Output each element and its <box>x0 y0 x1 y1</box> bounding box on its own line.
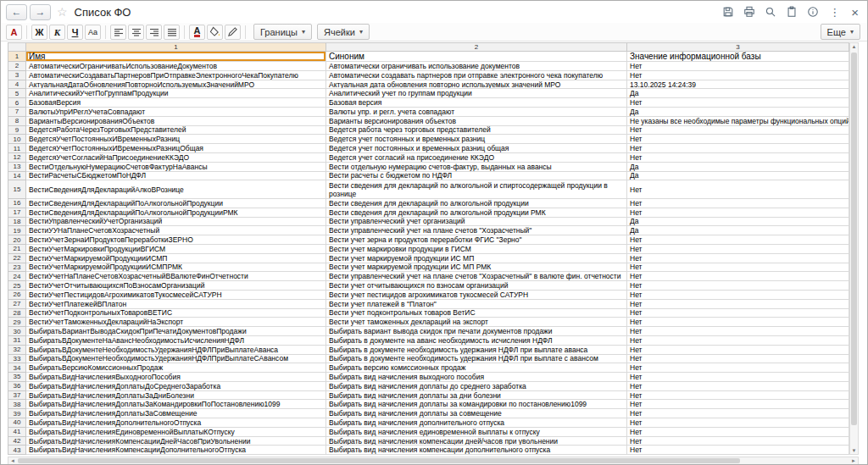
scroll-up-icon[interactable]: ▲ <box>850 44 858 49</box>
cell-name[interactable]: ВыбиратьВариантВыводаСкидокПриПечатиДоку… <box>26 327 326 336</box>
cell-synonym[interactable]: Выбирать в документе необходимость удерж… <box>326 355 627 364</box>
cell-synonym[interactable]: Валюты упр. и регл. учета совпадают <box>326 108 627 117</box>
row-header[interactable]: 43 <box>8 446 26 455</box>
cell-name[interactable]: ВедетсяУчетПостоянныхИВременныхРазницОбщ… <box>26 144 326 153</box>
horizontal-scrollbar[interactable]: ◄ ► <box>8 457 859 465</box>
row-header[interactable]: 31 <box>8 336 26 346</box>
cell-synonym[interactable]: Выбирать вариант вывода скидок при печат… <box>326 327 627 336</box>
cell-synonym[interactable]: Актуальная дата обновления повторно испо… <box>326 80 627 90</box>
row-header[interactable]: 32 <box>8 346 26 355</box>
cell-synonym[interactable]: Выбирать вид начисления выходного пособи… <box>326 373 627 382</box>
scroll-down-icon[interactable]: ▼ <box>850 448 858 453</box>
row-header[interactable]: 23 <box>8 263 26 273</box>
row-header[interactable]: 36 <box>8 382 26 391</box>
cell-synonym[interactable]: Вести учет маркируемой продукции ИС МП <box>326 254 627 263</box>
cell-value[interactable]: Нет <box>627 272 849 281</box>
cell-name[interactable]: АвтоматическиСоздаватьПартнеровПриОтправ… <box>26 71 326 80</box>
cell-value[interactable]: Нет <box>627 281 849 291</box>
cell-value[interactable]: Да <box>627 108 849 117</box>
row-header[interactable]: 11 <box>8 144 26 153</box>
cell-value[interactable]: Нет <box>627 254 849 263</box>
cell-name[interactable]: ВедетсяУчетПостоянныхИВременныхРазниц <box>26 135 326 144</box>
cell-name[interactable]: ВестиУчетПестицидовАгрохимикатовТукосмес… <box>26 291 326 300</box>
cell-name[interactable]: ВестиУчетМаркируемойПродукцииИСМПРМК <box>26 263 326 273</box>
cell-name[interactable]: ВариантыВерсионированияОбъектов <box>26 117 326 126</box>
cell-value[interactable]: Нет <box>627 309 849 318</box>
row-header[interactable]: 6 <box>8 98 26 108</box>
row-header[interactable]: 16 <box>8 199 26 208</box>
cell-name[interactable]: ВыбиратьВДокументеНеобходимостьУдержания… <box>26 346 326 355</box>
cell-synonym[interactable]: Вести сведения для деклараций по алкогол… <box>326 208 627 218</box>
row-header[interactable]: 42 <box>8 437 26 446</box>
cell-name[interactable]: ВедетсяРаботаЧерезТорговыхПредставителей <box>26 126 326 136</box>
cell-name[interactable]: ВыбиратьВидНачисленияДоплатыЗаСовмещение <box>26 409 326 418</box>
back-button[interactable]: ← <box>6 4 27 20</box>
cell-name[interactable]: ВедетсяУчетСогласийНаПрисоединениеККЭДО <box>26 153 326 163</box>
row-header[interactable]: 18 <box>8 218 26 227</box>
cell-name[interactable]: ВестиУчетПлатежейВПлатон <box>26 300 326 309</box>
cell-synonym[interactable]: Вести управленческий учет на плане счето… <box>326 272 627 281</box>
align-center-icon[interactable] <box>128 25 144 40</box>
scroll-left-icon[interactable]: ◄ <box>10 458 15 463</box>
save-icon[interactable] <box>721 5 735 19</box>
cell-value[interactable]: Нет <box>627 437 849 446</box>
cell-synonym[interactable]: Выбирать в документе необходимость удерж… <box>326 346 627 355</box>
cell-value[interactable]: Нет <box>627 62 849 71</box>
cell-value[interactable]: Нет <box>627 235 849 245</box>
cell-value[interactable]: Нет <box>627 355 849 364</box>
cell-value[interactable]: Нет <box>627 418 849 428</box>
cell-name[interactable]: ВестиУчетОтчитывающихсяПоВзносамОрганиза… <box>26 281 326 291</box>
cell-name[interactable]: ВестиУчетНаПланеСчетовХозрасчетныйВВалют… <box>26 272 326 281</box>
cell-value[interactable]: Нет <box>627 428 849 437</box>
row-header[interactable]: 20 <box>8 235 26 245</box>
row-header[interactable]: 17 <box>8 208 26 218</box>
align-left-icon[interactable] <box>110 25 126 40</box>
row-header[interactable]: 30 <box>8 327 26 336</box>
cell-value[interactable]: Нет <box>627 199 849 208</box>
cell-value[interactable]: Нет <box>627 409 849 418</box>
cell-synonym[interactable]: Вести учет зерна и продуктов переработки… <box>326 235 627 245</box>
cell-synonym[interactable]: Выбирать вид начисления доплаты за совме… <box>326 409 627 418</box>
row-header[interactable]: 1 <box>8 52 26 62</box>
cell-synonym[interactable]: Вести расчеты с бюджетом по НДФЛ <box>326 172 627 181</box>
row-header[interactable]: 25 <box>8 281 26 291</box>
row-header[interactable]: 7 <box>8 108 26 117</box>
column-header-2[interactable]: 2 <box>326 42 627 52</box>
cell-name[interactable]: ВыбиратьВидНачисленияВыходногоПособия <box>26 373 326 382</box>
row-header[interactable]: 19 <box>8 226 26 235</box>
cell-synonym[interactable]: Варианты версионирования объектов <box>326 117 627 126</box>
row-header[interactable]: 8 <box>8 117 26 126</box>
cell-value[interactable]: Нет <box>627 291 849 300</box>
cell-name[interactable]: ВыбиратьВДокументеНаАвансНеобходимостьИс… <box>26 336 326 346</box>
row-header[interactable]: 4 <box>8 80 26 90</box>
cell-value[interactable]: Да <box>627 89 849 98</box>
row-header[interactable]: 21 <box>8 245 26 254</box>
row-header[interactable]: 22 <box>8 254 26 263</box>
active-cell-name-header[interactable]: Имя <box>26 52 326 62</box>
cell-value[interactable]: Да <box>627 218 849 227</box>
underline-button[interactable]: Ч <box>67 25 83 40</box>
cell-synonym[interactable]: Выбирать в документе на аванс необходимо… <box>326 336 627 346</box>
cell-name[interactable]: АктуальнаяДатаОбновленияПовторноИспользу… <box>26 80 326 90</box>
cell-synonym[interactable]: Выбирать вид начисления компенсации дней… <box>326 437 627 446</box>
row-header[interactable]: 35 <box>8 373 26 382</box>
cell-name[interactable]: ВестиСведенияДляДекларацийАлкоВРознице <box>26 180 326 199</box>
cell-name[interactable]: ВыбиратьВидНачисленияДоплатыЗаДниБолезни <box>26 391 326 401</box>
column-header-1[interactable]: 1 <box>26 42 326 52</box>
cell-name[interactable]: ВестиРасчетыСБюджетомПоНДФЛ <box>26 172 326 181</box>
cell-name[interactable]: ВыбиратьВДокументеНеобходимостьУдержания… <box>26 355 326 364</box>
italic-button[interactable]: К <box>49 25 65 40</box>
cell-value[interactable]: Нет <box>627 126 849 136</box>
font-button[interactable]: А <box>6 25 22 40</box>
cell-value[interactable]: Нет <box>627 180 849 199</box>
cell-value[interactable]: 13.10.2025 14:24:39 <box>627 80 849 90</box>
cell-name[interactable]: ВыбиратьВидНачисленияДополнительногоОтпу… <box>26 418 326 428</box>
cell-synonym[interactable]: Ведется учет согласий на присоединение К… <box>326 153 627 163</box>
cell-value[interactable]: Да <box>627 163 849 172</box>
cell-name[interactable]: ВестиУчетПодконтрольныхТоваровВЕТИС <box>26 309 326 318</box>
cell-value[interactable]: Нет <box>627 208 849 218</box>
row-header[interactable]: 12 <box>8 153 26 163</box>
preview-icon[interactable] <box>764 5 777 19</box>
cell-value[interactable]: Нет <box>627 363 849 373</box>
cell-synonym[interactable]: Вести сведения для деклараций по алкогол… <box>326 199 627 208</box>
